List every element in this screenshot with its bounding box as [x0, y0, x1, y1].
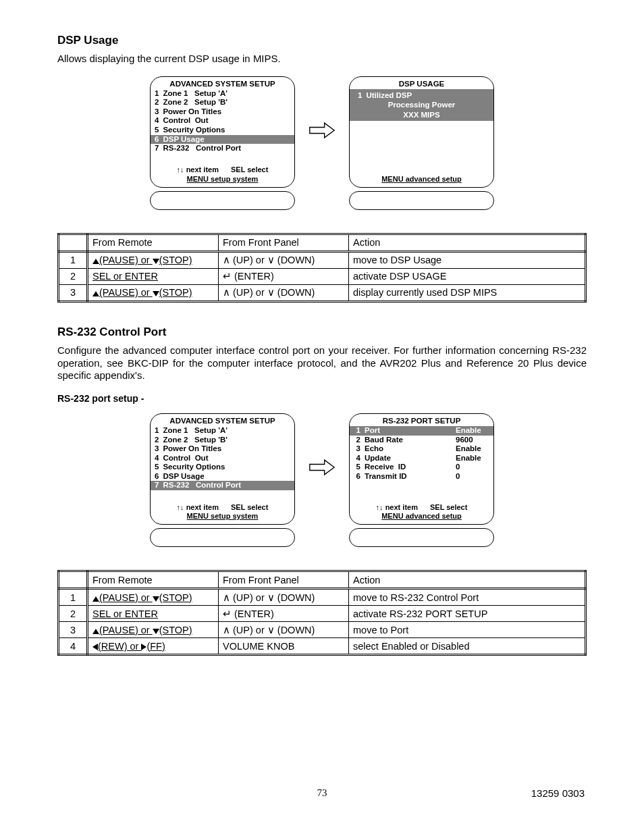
page-footer: 73 13259 0303: [0, 787, 644, 799]
triangle-up-icon: [92, 596, 99, 602]
rs232-port-setup-menu: RS-232 PORT SETUP 1PortEnable2Baud Rate9…: [349, 413, 494, 547]
menu-sub-box: [150, 528, 295, 547]
dsp-usage-action-table: From RemoteFrom Front PanelAction 1(PAUS…: [57, 233, 587, 303]
menu-item: 5Security Options: [151, 463, 294, 472]
rs232-heading: RS-232 Control Port: [57, 325, 587, 339]
step-number: 4: [59, 638, 88, 655]
table-header: From Remote: [88, 571, 219, 589]
rs232-paragraph: Configure the advanced computer interfac…: [57, 344, 587, 382]
triangle-up-icon: [92, 291, 99, 296]
from-remote-cell: SEL or ENTER: [88, 268, 219, 284]
menu-title: ADVANCED SYSTEM SETUP: [151, 80, 294, 89]
table-header: [59, 234, 88, 251]
menu-item: 5Receive ID0: [350, 463, 493, 472]
menu-item: 7RS-232 Control Port: [151, 144, 294, 153]
dsp-usage-heading: DSP Usage: [57, 34, 587, 47]
menu-footer: ↑↓ next itemSEL select MENU setup system: [151, 165, 294, 186]
step-number: 3: [59, 622, 88, 638]
table-header: From Front Panel: [219, 234, 349, 251]
from-front-panel-cell: ∧ (UP) or ∨ (DOWN): [219, 284, 349, 301]
menu-item: 3EchoEnable: [350, 444, 493, 454]
table-header: Action: [349, 234, 586, 251]
step-number: 2: [59, 606, 88, 622]
menu-item: 4Control Out: [151, 454, 294, 463]
menu-sub-box: [349, 528, 494, 547]
action-cell: move to Port: [349, 622, 586, 638]
advanced-setup-menu: ADVANCED SYSTEM SETUP 1Zone 1 Setup 'A'2…: [150, 76, 295, 210]
table-header: Action: [349, 571, 586, 589]
rs232-subheading: RS-232 port setup -: [57, 393, 587, 404]
triangle-down-icon: [153, 596, 159, 602]
dsp-usage-info: 1Utilized DSP Processing Power XXX MIPS: [350, 89, 493, 121]
menu-sub-box: [349, 191, 494, 210]
menu-item: 2Zone 2 Setup 'B': [151, 98, 294, 107]
menu-item: 3Power On Titles: [151, 107, 294, 117]
menu-item: 6DSP Usage: [151, 472, 294, 481]
table-row: 3(PAUSE) or (STOP)∧ (UP) or ∨ (DOWN)move…: [59, 622, 586, 638]
from-remote-cell: (PAUSE) or (STOP): [88, 622, 219, 638]
menu-item: 2Baud Rate9600: [350, 436, 493, 445]
triangle-up-icon: [92, 629, 99, 634]
menu-footer: ↑↓ next itemSEL select MENU setup system: [151, 503, 294, 523]
arrow-right-icon: [308, 454, 336, 481]
from-remote-cell: SEL or ENTER: [88, 606, 219, 622]
rs232-action-table: From RemoteFrom Front PanelAction 1(PAUS…: [57, 570, 587, 656]
action-cell: activate DSP USAGE: [349, 268, 586, 284]
from-front-panel-cell: ∧ (UP) or ∨ (DOWN): [219, 622, 349, 638]
menu-item: 3Power On Titles: [151, 444, 294, 454]
step-number: 2: [59, 268, 88, 284]
triangle-up-icon: [92, 259, 99, 264]
menu-item: 5Security Options: [151, 126, 294, 135]
from-remote-cell: (PAUSE) or (STOP): [88, 251, 219, 268]
table-row: 1(PAUSE) or (STOP)∧ (UP) or ∨ (DOWN)move…: [59, 589, 586, 606]
menu-footer: ↑↓ next itemSEL select MENU advanced set…: [350, 503, 493, 523]
from-front-panel-cell: ↵ (ENTER): [219, 268, 349, 284]
table-row: 1(PAUSE) or (STOP)∧ (UP) or ∨ (DOWN)move…: [59, 251, 586, 268]
dsp-usage-menu: DSP USAGE 1Utilized DSP Processing Power…: [349, 76, 494, 210]
dsp-usage-diagram: ADVANCED SYSTEM SETUP 1Zone 1 Setup 'A'2…: [57, 76, 587, 210]
menu-title: RS-232 PORT SETUP: [350, 417, 493, 426]
triangle-down-icon: [153, 291, 159, 296]
menu-item: 1Zone 1 Setup 'A': [151, 89, 294, 99]
action-cell: display currently used DSP MIPS: [349, 284, 586, 301]
dsp-usage-paragraph: Allows displaying the current DSP usage …: [57, 53, 587, 66]
table-row: 4(REW) or (FF)VOLUME KNOBselect Enabled …: [59, 638, 586, 655]
from-remote-cell: (PAUSE) or (STOP): [88, 589, 219, 606]
action-cell: move to DSP Usage: [349, 251, 586, 268]
menu-item: 7RS-232 Control Port: [151, 481, 294, 490]
menu-item: 2Zone 2 Setup 'B': [151, 436, 294, 445]
arrow-right-icon: [308, 117, 336, 144]
advanced-setup-menu: ADVANCED SYSTEM SETUP 1Zone 1 Setup 'A'2…: [150, 413, 295, 547]
menu-item: 4Control Out: [151, 116, 294, 126]
table-row: 2SEL or ENTER↵ (ENTER)activate RS-232 PO…: [59, 606, 586, 622]
menu-sub-box: [150, 191, 295, 210]
from-front-panel-cell: VOLUME KNOB: [219, 638, 349, 655]
menu-item: 4UpdateEnable: [350, 454, 493, 463]
triangle-down-icon: [153, 259, 159, 264]
from-front-panel-cell: ↵ (ENTER): [219, 606, 349, 622]
menu-item: 6DSP Usage: [151, 135, 294, 145]
rs232-diagram: ADVANCED SYSTEM SETUP 1Zone 1 Setup 'A'2…: [57, 413, 587, 547]
action-cell: move to RS-232 Control Port: [349, 589, 586, 606]
menu-item: 1PortEnable: [350, 426, 493, 436]
step-number: 3: [59, 284, 88, 301]
action-cell: activate RS-232 PORT SETUP: [349, 606, 586, 622]
table-header: From Front Panel: [219, 571, 349, 589]
from-front-panel-cell: ∧ (UP) or ∨ (DOWN): [219, 589, 349, 606]
menu-footer: MENU advanced setup: [350, 175, 493, 186]
from-remote-cell: (PAUSE) or (STOP): [88, 284, 219, 301]
menu-item: 6Transmit ID0: [350, 472, 493, 481]
from-remote-cell: (REW) or (FF): [88, 638, 219, 655]
from-front-panel-cell: ∧ (UP) or ∨ (DOWN): [219, 251, 349, 268]
action-cell: select Enabled or Disabled: [349, 638, 586, 655]
triangle-down-icon: [153, 629, 159, 634]
menu-title: DSP USAGE: [350, 80, 493, 89]
step-number: 1: [59, 589, 88, 606]
step-number: 1: [59, 251, 88, 268]
table-header: [59, 571, 88, 589]
menu-title: ADVANCED SYSTEM SETUP: [151, 417, 294, 426]
triangle-left-icon: [92, 644, 98, 650]
table-row: 2SEL or ENTER↵ (ENTER)activate DSP USAGE: [59, 268, 586, 284]
menu-item: 1Zone 1 Setup 'A': [151, 426, 294, 436]
table-row: 3(PAUSE) or (STOP)∧ (UP) or ∨ (DOWN)disp…: [59, 284, 586, 301]
